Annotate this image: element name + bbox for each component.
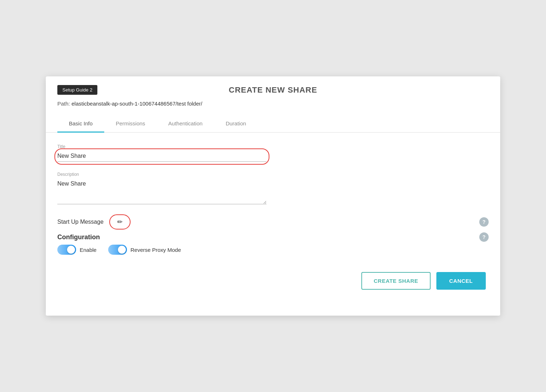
create-share-button[interactable]: CREATE SHARE: [361, 272, 430, 290]
tab-basic-info[interactable]: Basic Info: [57, 115, 104, 133]
dialog-footer: CREATE SHARE CANCEL: [46, 263, 500, 301]
reverse-proxy-label: Reverse Proxy Mode: [131, 247, 181, 253]
startup-message-label: Start Up Message: [57, 219, 104, 225]
startup-row: Start Up Message ✏ ?: [57, 214, 489, 230]
title-group: Title: [57, 144, 489, 162]
enable-toggle-item: Enable: [57, 245, 97, 255]
title-input[interactable]: [57, 151, 267, 162]
enable-label: Enable: [80, 247, 97, 253]
path-value: elasticbeanstalk-ap-south-1-100674486567…: [71, 101, 202, 107]
reverse-proxy-toggle-thumb: [118, 246, 126, 254]
cancel-button[interactable]: CANCEL: [436, 272, 486, 290]
dialog-title: CREATE NEW SHARE: [229, 85, 317, 95]
startup-help-icon[interactable]: ?: [479, 217, 489, 227]
edit-button-wrapper: ✏: [109, 214, 131, 230]
tab-duration[interactable]: Duration: [214, 115, 258, 133]
toggle-row: Enable Reverse Proxy Mode: [57, 245, 489, 255]
title-label: Title: [57, 144, 489, 149]
tab-authentication[interactable]: Authentication: [157, 115, 214, 133]
edit-icon: ✏: [117, 218, 123, 226]
enable-toggle-thumb: [67, 246, 75, 254]
tabs-container: Basic Info Permissions Authentication Du…: [46, 115, 500, 133]
config-header-row: Configuration ?: [57, 232, 489, 242]
configuration-section: Configuration ? Enable: [57, 232, 489, 255]
description-group: Description New Share: [57, 172, 489, 204]
create-share-dialog: Setup Guide 2 CREATE NEW SHARE Path: ela…: [46, 76, 500, 316]
reverse-proxy-toggle[interactable]: [108, 245, 127, 255]
path-label: Path:: [57, 101, 70, 107]
form-body: Title Description New Share Start Up Mes…: [46, 133, 500, 263]
title-input-wrapper: [57, 151, 267, 162]
dialog-header: Setup Guide 2 CREATE NEW SHARE: [46, 76, 500, 101]
startup-edit-button[interactable]: ✏: [109, 214, 131, 230]
reverse-proxy-toggle-item: Reverse Proxy Mode: [108, 245, 181, 255]
configuration-heading: Configuration: [57, 233, 100, 241]
tab-permissions[interactable]: Permissions: [104, 115, 157, 133]
configuration-help-icon[interactable]: ?: [479, 232, 489, 242]
enable-toggle[interactable]: [57, 245, 76, 255]
path-row: Path: elasticbeanstalk-ap-south-1-100674…: [46, 101, 500, 115]
description-input[interactable]: New Share: [57, 179, 267, 204]
setup-guide-badge: Setup Guide 2: [57, 85, 97, 95]
description-label: Description: [57, 172, 489, 177]
